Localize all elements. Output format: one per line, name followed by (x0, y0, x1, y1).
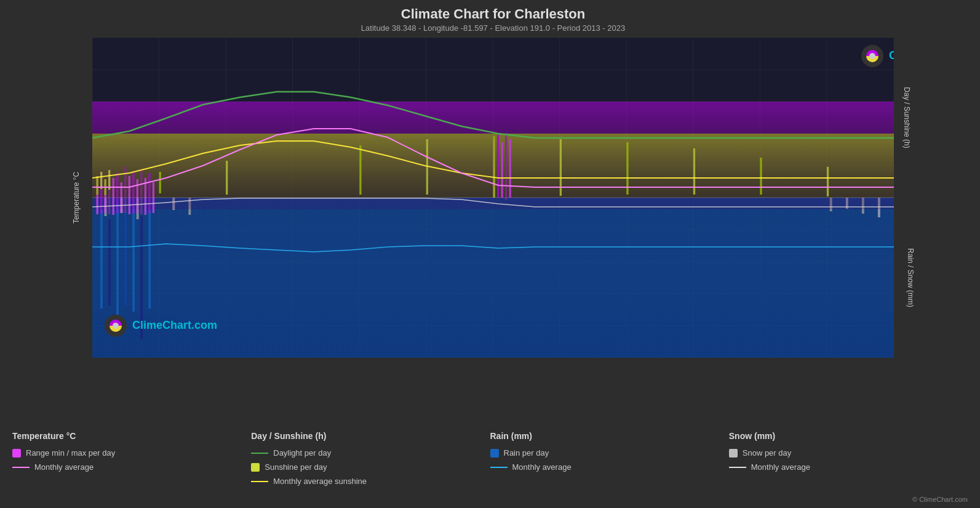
legend-temp-avg: Monthly average (12, 462, 251, 472)
svg-rect-62 (497, 135, 499, 198)
temp-range-swatch (12, 449, 21, 458)
snow-day-label: Snow per day (743, 448, 792, 458)
rain-day-label: Rain per day (504, 448, 549, 458)
svg-text:ClimeChart.com: ClimeChart.com (889, 49, 894, 62)
svg-rect-64 (505, 133, 507, 200)
temp-avg-line (12, 467, 30, 468)
daylight-line (251, 453, 268, 454)
main-chart-svg: ClimeChart.com ClimeChart.com 50 40 30 2… (92, 38, 894, 358)
y-axis-right-sunshine-title: Day / Sunshine (h) (902, 87, 910, 148)
svg-rect-71 (226, 161, 228, 195)
svg-rect-72 (359, 145, 361, 195)
chart-title: Climate Chart for Charleston (43, 6, 943, 22)
svg-rect-54 (129, 176, 130, 214)
svg-rect-31 (124, 213, 127, 305)
legend-sunshine-day: Sunshine per day (251, 462, 490, 472)
svg-rect-28 (100, 210, 103, 308)
sunshine-avg-line (251, 481, 268, 482)
daylight-label: Daylight per day (273, 448, 331, 458)
svg-rect-51 (116, 173, 118, 213)
legend-temperature: Temperature °C Range min / max per day M… (12, 431, 251, 472)
svg-rect-29 (108, 219, 111, 305)
svg-rect-32 (132, 207, 135, 312)
svg-rect-27 (92, 198, 894, 358)
snow-avg-line (729, 467, 746, 468)
legend-rain-day: Rain per day (490, 448, 729, 458)
sunshine-day-label: Sunshine per day (265, 462, 327, 472)
legend-sunshine: Day / Sunshine (h) Daylight per day Suns… (251, 431, 490, 486)
legend-snow: Snow (mm) Snow per day Monthly average (729, 431, 968, 472)
svg-rect-67 (100, 172, 102, 189)
temp-avg-label: Monthly average (34, 462, 94, 472)
rain-day-swatch (490, 449, 499, 458)
temp-range-label: Range min / max per day (26, 448, 115, 458)
svg-rect-63 (501, 142, 503, 198)
legend-rain-title: Rain (mm) (490, 431, 729, 441)
svg-rect-60 (153, 182, 154, 213)
chart-container: Climate Chart for Charleston Latitude 38… (0, 0, 980, 508)
snow-avg-label: Monthly average (751, 462, 810, 472)
svg-rect-59 (148, 173, 150, 213)
svg-rect-66 (97, 176, 98, 195)
legend-temperature-title: Temperature °C (12, 431, 251, 441)
svg-rect-50 (113, 178, 114, 215)
legend-snow-avg: Monthly average (729, 462, 968, 472)
svg-rect-65 (509, 139, 511, 198)
sunshine-avg-label: Monthly average sunshine (273, 477, 367, 486)
chart-wrapper: Temperature °C Day / Sunshine (h) Rain /… (92, 38, 894, 358)
chart-subtitle: Latitude 38.348 - Longitude -81.597 - El… (43, 23, 943, 33)
rain-avg-line (490, 467, 508, 468)
copyright: © ClimeChart.com (912, 496, 968, 503)
svg-rect-30 (116, 204, 119, 321)
y-axis-left-title: Temperature °C (72, 172, 81, 224)
svg-rect-34 (148, 210, 151, 308)
svg-point-81 (869, 53, 875, 59)
svg-rect-55 (132, 172, 134, 214)
svg-rect-70 (159, 172, 161, 193)
sunshine-day-swatch (251, 463, 260, 472)
snow-day-swatch (729, 449, 738, 458)
legend-snow-title: Snow (mm) (729, 431, 968, 441)
svg-rect-79 (827, 167, 829, 196)
legend-sunshine-title: Day / Sunshine (h) (251, 431, 490, 441)
legend-temp-range: Range min / max per day (12, 448, 251, 458)
legend-daylight: Daylight per day (251, 448, 490, 458)
rain-avg-label: Monthly average (512, 462, 572, 472)
legend-rain: Rain (mm) Rain per day Monthly average (490, 431, 729, 472)
svg-point-84 (113, 323, 119, 329)
svg-rect-57 (140, 170, 142, 214)
svg-text:ClimeChart.com: ClimeChart.com (132, 319, 217, 331)
legend-rain-avg: Monthly average (490, 462, 729, 472)
legend-area: Temperature °C Range min / max per day M… (0, 422, 980, 508)
legend-sunshine-avg: Monthly average sunshine (251, 477, 490, 486)
svg-rect-56 (137, 179, 138, 213)
svg-rect-74 (493, 136, 495, 198)
y-axis-right-rain-title: Rain / Snow (mm) (906, 248, 915, 307)
svg-rect-78 (760, 158, 762, 195)
legend-snow-day: Snow per day (729, 448, 968, 458)
